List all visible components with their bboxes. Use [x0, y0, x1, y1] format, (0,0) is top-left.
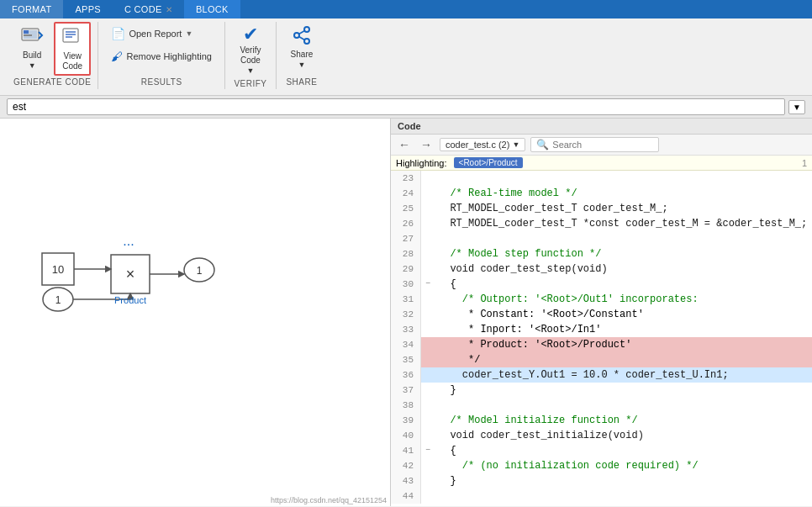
line-content: * Product: '<Root>/Product' [435, 337, 812, 352]
code-area[interactable]: 2324 /* Real-time model */25 RT_MODEL_co… [391, 171, 812, 506]
verify-label: VERIFY [234, 79, 266, 91]
line-number: 27 [391, 231, 421, 246]
tab-apps[interactable]: APPS [63, 0, 113, 18]
code-line: 44 [391, 489, 812, 504]
ribbon-group-share: Share ▼ SHARE [277, 22, 327, 89]
line-number: 25 [391, 201, 421, 216]
svg-rect-3 [24, 34, 32, 36]
file-tab[interactable]: coder_test.c (2) ▼ [440, 138, 525, 151]
svg-text:···: ··· [123, 237, 134, 251]
line-content: } [435, 473, 812, 489]
dropdown-arrow[interactable]: ▼ [788, 100, 805, 114]
line-number: 24 [391, 186, 421, 201]
line-marker [421, 428, 435, 443]
line-content: { [435, 443, 812, 458]
code-line: 33 * Inport: '<Root>/In1' [391, 322, 812, 337]
line-content: /* Outport: '<Root>/Out1' incorporates: [435, 292, 812, 307]
line-content [435, 398, 812, 413]
code-line: 37 } [391, 383, 812, 398]
highlight-count: 1 [802, 158, 807, 168]
code-line: 24 /* Real-time model */ [391, 186, 812, 201]
line-content: { [435, 277, 812, 292]
main-content: 10 ··· × 1 1 Product [0, 119, 812, 506]
svg-text:10: 10 [52, 263, 64, 276]
line-number: 32 [391, 307, 421, 322]
tab-block[interactable]: BLOCK [184, 0, 240, 18]
search-input-code[interactable] [552, 140, 653, 150]
verify-items: ✔ Verify Code ▼ [232, 22, 269, 79]
line-number: 42 [391, 458, 421, 473]
code-line: 23 [391, 171, 812, 186]
line-marker [421, 322, 435, 337]
line-content: void coder_test_initialize(void) [435, 428, 812, 443]
code-line: 38 [391, 398, 812, 413]
code-line: 41− { [391, 443, 812, 458]
build-button[interactable]: Build ▼ [13, 22, 50, 74]
line-number: 23 [391, 171, 421, 186]
highlighting-label: Highlighting: [396, 158, 447, 168]
line-content [435, 231, 812, 246]
highlighting-bar: Highlighting: <Root>/Product 1 [391, 156, 812, 171]
remove-highlighting-button[interactable]: 🖌 Remove Highlighting [105, 46, 218, 66]
ribbon-group-generate: Build ▼ View Code GENERATE CODE [7, 22, 98, 89]
view-code-button[interactable]: View Code [54, 22, 91, 76]
open-report-button[interactable]: 📄 Open Report ▼ [105, 24, 218, 44]
line-marker [421, 398, 435, 413]
tab-ccode[interactable]: C CODE ✕ [113, 0, 184, 18]
open-report-dropdown[interactable]: ▼ [185, 29, 192, 38]
canvas-panel: 10 ··· × 1 1 Product [0, 119, 391, 506]
svg-text:Product: Product [114, 295, 146, 305]
line-marker: − [421, 277, 435, 292]
verify-code-button[interactable]: ✔ Verify Code ▼ [232, 22, 269, 79]
line-number: 44 [391, 489, 421, 504]
build-icon [20, 25, 44, 49]
code-line: 27 [391, 231, 812, 246]
svg-text:1: 1 [197, 265, 203, 277]
line-marker [421, 186, 435, 201]
code-line: 43 } [391, 473, 812, 489]
line-number: 33 [391, 322, 421, 337]
input-row: ▼ [0, 96, 812, 119]
url-watermark: https://blog.csdn.net/qq_42151254 [271, 496, 387, 504]
back-button[interactable]: ← [396, 137, 413, 152]
search-box: 🔍 [530, 137, 659, 152]
line-number: 43 [391, 473, 421, 489]
code-line: 34 * Product: '<Root>/Product' [391, 337, 812, 352]
line-number: 30 [391, 277, 421, 292]
line-content: /* Model step function */ [435, 246, 812, 261]
line-content: /* Model initialize function */ [435, 413, 812, 428]
line-marker [421, 171, 435, 186]
code-line: 40 void coder_test_initialize(void) [391, 428, 812, 443]
code-line: 36 coder_test_Y.Out1 = 10.0 * coder_test… [391, 367, 812, 383]
code-line: 39 /* Model initialize function */ [391, 413, 812, 428]
svg-point-10 [304, 39, 309, 44]
build-label: Build ▼ [23, 50, 41, 71]
line-number: 31 [391, 292, 421, 307]
share-button[interactable]: Share ▼ [283, 22, 320, 73]
line-marker [421, 473, 435, 489]
share-items: Share ▼ [283, 22, 320, 73]
line-content: * Constant: '<Root>/Constant' [435, 307, 812, 322]
line-number: 41 [391, 443, 421, 458]
line-number: 36 [391, 367, 421, 383]
results-label: RESULTS [141, 77, 182, 89]
line-number: 37 [391, 383, 421, 398]
line-marker [421, 383, 435, 398]
forward-button[interactable]: → [418, 137, 435, 152]
line-content [435, 171, 812, 186]
line-marker: − [421, 443, 435, 458]
highlight-badge: <Root>/Product [454, 157, 523, 168]
file-tab-dropdown[interactable]: ▼ [512, 140, 519, 149]
search-icon: 🔍 [536, 139, 549, 151]
code-line: 35 */ [391, 352, 812, 367]
open-report-icon: 📄 [111, 27, 125, 40]
ribbon-group-verify: ✔ Verify Code ▼ VERIFY [225, 22, 277, 89]
search-input[interactable] [7, 98, 785, 115]
svg-point-8 [304, 27, 309, 32]
tab-format[interactable]: FORMAT [0, 0, 63, 18]
line-number: 34 [391, 337, 421, 352]
ccode-tab-close[interactable]: ✕ [166, 5, 172, 14]
view-code-label: View Code [62, 51, 82, 71]
ribbon-bar: Build ▼ View Code GENERATE CODE [0, 18, 812, 96]
generate-code-label: GENERATE CODE [13, 77, 91, 89]
